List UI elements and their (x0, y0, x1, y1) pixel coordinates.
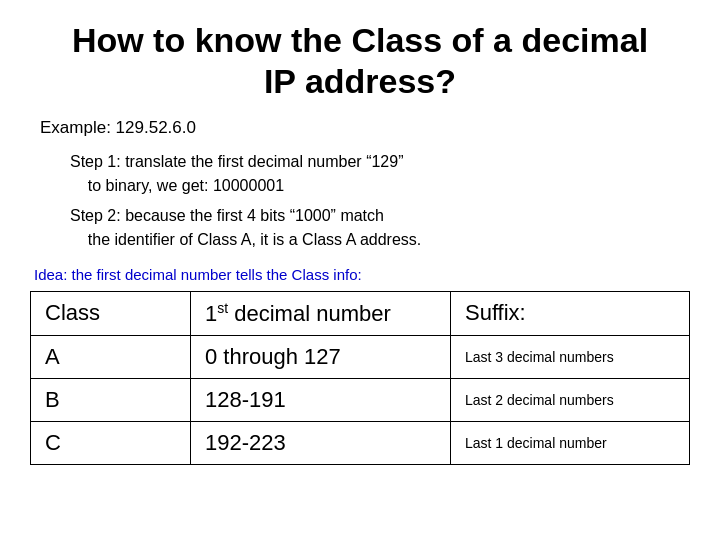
steps-section: Step 1: translate the first decimal numb… (70, 150, 690, 252)
class-a: A (31, 335, 191, 378)
header-decimal-post: decimal number (228, 301, 391, 326)
header-superscript: st (217, 300, 228, 316)
suffix-c: Last 1 decimal number (451, 421, 690, 464)
class-c: C (31, 421, 191, 464)
header-decimal: 1st decimal number (191, 291, 451, 335)
table-row: A 0 through 127 Last 3 decimal numbers (31, 335, 690, 378)
step1-text: Step 1: translate the first decimal numb… (70, 150, 690, 198)
decimal-a: 0 through 127 (191, 335, 451, 378)
table-row: B 128-191 Last 2 decimal numbers (31, 378, 690, 421)
table-header-row: Class 1st decimal number Suffix: (31, 291, 690, 335)
class-b: B (31, 378, 191, 421)
decimal-b: 128-191 (191, 378, 451, 421)
example-text: Example: 129.52.6.0 (40, 118, 690, 138)
table-row: C 192-223 Last 1 decimal number (31, 421, 690, 464)
page: How to know the Class of a decimal IP ad… (0, 0, 720, 540)
idea-line: Idea: the first decimal number tells the… (34, 266, 690, 283)
suffix-a: Last 3 decimal numbers (451, 335, 690, 378)
suffix-b: Last 2 decimal numbers (451, 378, 690, 421)
header-suffix: Suffix: (451, 291, 690, 335)
header-decimal-1: 1 (205, 301, 217, 326)
decimal-c: 192-223 (191, 421, 451, 464)
class-table: Class 1st decimal number Suffix: A 0 thr… (30, 291, 690, 465)
header-class: Class (31, 291, 191, 335)
page-title: How to know the Class of a decimal IP ad… (30, 20, 690, 102)
step2-text: Step 2: because the first 4 bits “1000” … (70, 204, 690, 252)
